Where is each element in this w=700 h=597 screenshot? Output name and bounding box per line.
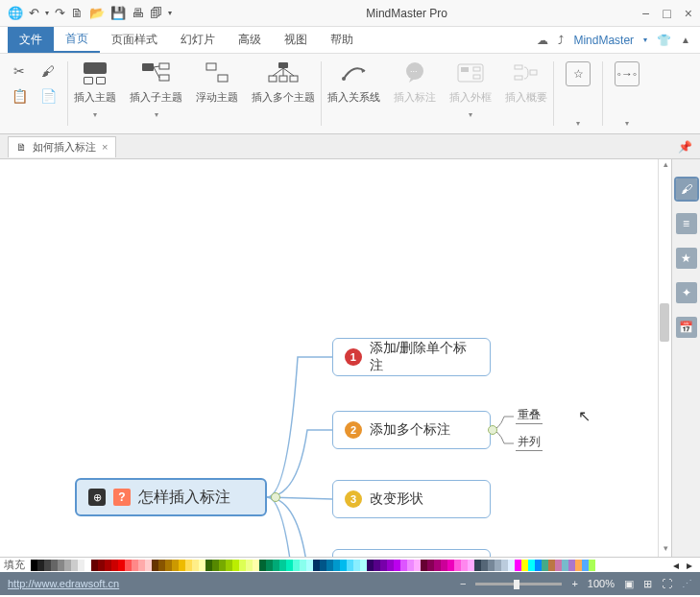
insert-multiple-button[interactable]: 插入多个主题 [246,58,321,130]
color-swatch[interactable] [51,560,58,571]
fit-width-icon[interactable]: ⊞ [643,578,652,590]
canvas[interactable]: ⊕ ? 怎样插入标注 1添加/删除单个标注 2添加多个标注 重叠 并列 3改变形… [0,159,658,557]
close-button[interactable]: × [685,6,692,21]
color-swatch[interactable] [158,560,165,571]
expand-handle[interactable] [488,425,497,435]
qat-dd1[interactable]: ▾ [45,9,49,17]
color-swatch[interactable] [138,560,145,571]
color-swatch[interactable] [421,560,427,571]
color-swatch[interactable] [31,560,37,571]
side-outline-icon[interactable]: ≡ [676,213,697,234]
chevron-down-icon[interactable]: ▾ [155,110,158,119]
undo-button[interactable]: ↶ [29,6,39,20]
palette-scroll-left[interactable]: ◂ [669,559,683,572]
color-swatch[interactable] [165,560,172,571]
scroll-down-button[interactable]: ▾ [659,543,672,557]
globe-icon[interactable]: 🌐 [8,6,23,20]
color-swatch[interactable] [253,560,259,571]
subtopic-2a[interactable]: 重叠 [516,407,543,424]
document-tab[interactable]: 🗎 如何插入标注 × [8,136,116,157]
color-swatch[interactable] [380,560,387,571]
color-swatch[interactable] [481,560,488,571]
color-swatch[interactable] [333,560,340,571]
color-swatch[interactable] [37,560,44,571]
tab-help[interactable]: 帮助 [319,27,365,53]
color-swatch[interactable] [98,560,105,571]
color-swatch[interactable] [387,560,394,571]
palette-scroll-right[interactable]: ▸ [683,559,696,572]
topic-3[interactable]: 3改变形状 [332,480,491,518]
color-swatch[interactable] [320,560,326,571]
vertical-scrollbar[interactable]: ▴ ▾ [658,159,671,557]
color-swatch[interactable] [44,560,51,571]
tab-slideshow[interactable]: 幻灯片 [169,27,227,53]
color-swatch[interactable] [461,560,468,571]
zoom-slider-knob[interactable] [514,580,519,589]
color-swatch[interactable] [91,560,98,571]
insert-topic-button[interactable]: 插入主题 ▾ [68,58,122,130]
color-swatch[interactable] [582,560,589,571]
color-swatch[interactable] [521,560,528,571]
color-swatch[interactable] [374,560,380,571]
close-tab-button[interactable]: × [102,141,108,153]
side-history-icon[interactable]: 📅 [676,317,697,338]
tab-file[interactable]: 文件 [8,27,54,53]
color-swatch[interactable] [535,560,542,571]
color-swatch[interactable] [300,560,306,571]
relationship-line-button[interactable]: 插入关系线 [322,58,386,130]
color-swatch[interactable] [179,560,185,571]
color-swatch[interactable] [495,560,501,571]
color-swatch[interactable] [407,560,414,571]
tshirt-icon[interactable]: 👕 [657,34,671,47]
color-swatch[interactable] [353,560,360,571]
color-swatch[interactable] [528,560,535,571]
color-swatch[interactable] [259,560,266,571]
color-swatch[interactable] [474,560,481,571]
color-swatch[interactable] [212,560,219,571]
tab-advanced[interactable]: 高级 [227,27,273,53]
color-swatch[interactable] [273,560,279,571]
color-swatch[interactable] [313,560,320,571]
color-swatch[interactable] [515,560,521,571]
color-swatch[interactable] [105,560,111,571]
fit-page-icon[interactable]: ▣ [624,578,634,590]
color-swatch[interactable] [360,560,367,571]
copy-button[interactable]: 📋 [7,84,32,107]
redo-button[interactable]: ↷ [55,6,65,20]
zoom-out-button[interactable]: − [460,578,466,589]
scroll-thumb[interactable] [660,303,669,342]
color-swatch[interactable] [441,560,447,571]
color-swatch[interactable] [447,560,454,571]
color-swatch[interactable] [340,560,347,571]
color-swatch[interactable] [246,560,253,571]
cut-button[interactable]: ✂ [7,60,32,83]
color-swatch[interactable] [589,560,595,571]
color-swatch[interactable] [454,560,461,571]
chevron-down-icon[interactable]: ▾ [576,119,580,128]
side-clipart-icon[interactable]: ✦ [676,282,697,303]
color-swatch[interactable] [279,560,286,571]
tab-view[interactable]: 视图 [273,27,319,53]
color-swatch[interactable] [205,560,212,571]
export-button[interactable]: 🗐 [150,6,162,20]
favorite-button[interactable]: ☆ [560,60,596,88]
color-swatch[interactable] [568,560,575,571]
color-swatch[interactable] [347,560,353,571]
color-swatch[interactable] [367,560,374,571]
brand-link[interactable]: MindMaster [573,34,634,47]
floating-topic-button[interactable]: 浮动主题 [190,58,244,130]
chevron-down-icon[interactable]: ▾ [93,110,97,119]
insert-subtopic-button[interactable]: 插入子主题 ▾ [124,58,188,130]
color-swatch[interactable] [185,560,192,571]
color-swatch[interactable] [145,560,152,571]
expand-handle[interactable] [271,492,280,502]
color-swatch[interactable] [78,560,84,571]
color-swatch[interactable] [172,560,179,571]
minimize-button[interactable]: − [641,6,649,21]
color-swatch[interactable] [226,560,232,571]
color-swatch[interactable] [84,560,91,571]
status-url[interactable]: http://www.edrawsoft.cn [8,578,119,589]
tab-page-style[interactable]: 页面样式 [100,27,169,53]
fullscreen-icon[interactable]: ⛶ [662,578,672,589]
color-swatch[interactable] [575,560,582,571]
